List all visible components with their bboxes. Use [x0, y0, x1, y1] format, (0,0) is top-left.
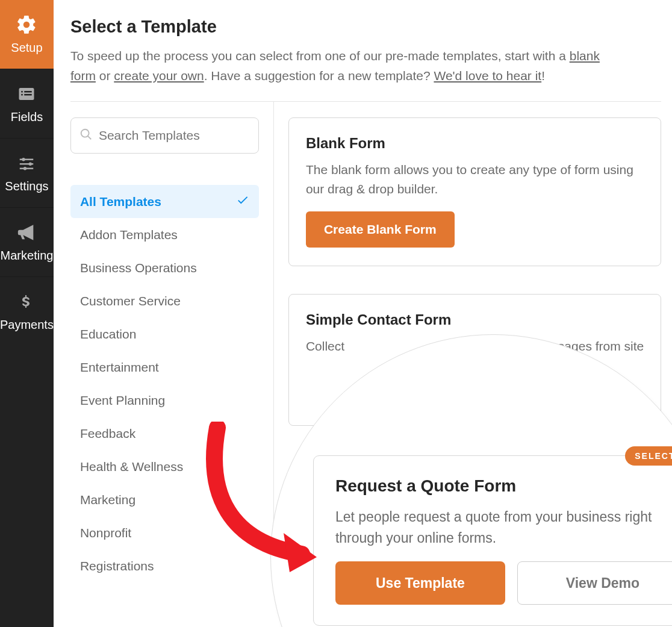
search-icon: [79, 128, 93, 143]
svg-rect-1: [22, 91, 23, 93]
category-list: All Templates Addon Templates Business O…: [70, 185, 259, 582]
card-title: Request a Quote Form: [335, 476, 672, 496]
use-template-button[interactable]: Use Template: [335, 561, 505, 605]
megaphone-icon: [14, 222, 39, 243]
sidebar: Setup Fields Settings Marketing Payments: [0, 0, 54, 627]
template-sidebar: All Templates Addon Templates Business O…: [70, 102, 274, 582]
sidebar-item-payments[interactable]: Payments: [0, 277, 54, 346]
search-box[interactable]: [70, 117, 259, 154]
main-panel: Select a Template To speed up the proces…: [54, 0, 672, 627]
sidebar-item-settings[interactable]: Settings: [0, 139, 54, 208]
category-item[interactable]: Addon Templates: [70, 218, 259, 251]
category-item[interactable]: Marketing: [70, 483, 259, 516]
category-item-all[interactable]: All Templates: [70, 185, 259, 218]
svg-rect-3: [22, 94, 23, 96]
link-hear-it[interactable]: We'd love to hear it: [434, 69, 541, 83]
sidebar-label: Fields: [11, 110, 43, 124]
sidebar-label: Setup: [11, 41, 42, 55]
view-demo-button[interactable]: View Demo: [517, 561, 672, 605]
category-item[interactable]: Nonprofit: [70, 516, 259, 549]
gear-icon: [14, 14, 39, 35]
svg-point-7: [23, 167, 27, 170]
svg-point-6: [29, 162, 33, 166]
sidebar-item-fields[interactable]: Fields: [0, 69, 54, 139]
create-blank-form-button[interactable]: Create Blank Form: [306, 211, 455, 248]
card-desc: Let people request a quote from your bus…: [335, 507, 672, 548]
category-item[interactable]: Customer Service: [70, 284, 259, 317]
sliders-icon: [14, 153, 39, 173]
check-icon: [236, 193, 249, 210]
category-item[interactable]: Registrations: [70, 549, 259, 582]
svg-point-5: [22, 158, 26, 161]
svg-rect-2: [25, 91, 33, 93]
template-card-blank: Blank Form The blank form allows you to …: [288, 117, 661, 266]
category-item[interactable]: Education: [70, 317, 259, 351]
sidebar-label: Marketing: [1, 249, 54, 263]
svg-rect-4: [25, 94, 33, 96]
sidebar-item-setup[interactable]: Setup: [0, 0, 54, 69]
card-desc: The blank form allows you to create any …: [306, 160, 644, 198]
template-card-quote: SELECTED Request a Quote Form Let people…: [313, 455, 672, 626]
sidebar-item-marketing[interactable]: Marketing: [0, 208, 54, 277]
link-create-own[interactable]: create your own: [114, 69, 204, 83]
card-title: Blank Form: [306, 135, 644, 152]
sidebar-label: Settings: [5, 179, 48, 193]
page-title: Select a Template: [70, 17, 661, 37]
category-item[interactable]: Business Operations: [70, 251, 259, 284]
selected-badge: SELECTED: [625, 446, 672, 466]
sidebar-label: Payments: [0, 318, 54, 332]
category-item[interactable]: Feedback: [70, 417, 259, 450]
search-input[interactable]: [99, 128, 257, 143]
card-title: Simple Contact Form: [306, 311, 644, 328]
page-subtitle: To speed up the process you can select f…: [70, 46, 624, 86]
category-item[interactable]: Entertainment: [70, 351, 259, 384]
category-item[interactable]: Health & Wellness: [70, 450, 259, 483]
list-icon: [14, 84, 39, 104]
dollar-icon: [14, 292, 39, 312]
category-item[interactable]: Event Planning: [70, 384, 259, 417]
